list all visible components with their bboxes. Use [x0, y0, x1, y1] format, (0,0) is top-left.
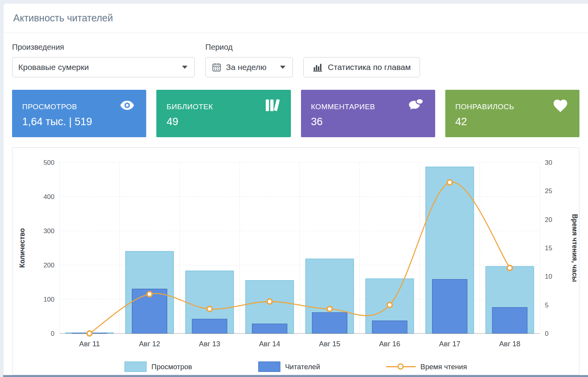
- chapter-stats-button[interactable]: Статистика по главам: [303, 57, 420, 77]
- bar-1-5[interactable]: [372, 321, 407, 333]
- tick-label: 100: [44, 296, 54, 303]
- views-swatch: [124, 361, 147, 372]
- page-title: Активность читателей: [13, 12, 113, 24]
- stat-card-views: ПРОСМОТРОВ 1,64 тыс. | 519: [12, 90, 146, 137]
- legend-item-readers[interactable]: Читателей: [258, 361, 320, 372]
- chevron-down-icon: [182, 66, 187, 69]
- line-point-5[interactable]: [387, 302, 392, 307]
- stat-value: 49: [166, 116, 280, 128]
- activity-chart[interactable]: 0100200300400500051015202530Авг 11Авг 12…: [12, 148, 579, 358]
- panel-header: Активность читателей: [4, 3, 588, 33]
- legend-item-views[interactable]: Просмотров: [124, 361, 192, 372]
- tick-label: 20: [545, 216, 552, 223]
- chevron-down-icon: [280, 66, 285, 69]
- axtitle-label: Количество: [18, 228, 26, 268]
- readers-swatch: [258, 361, 280, 372]
- legend-label: Просмотров: [151, 363, 192, 371]
- tick-label: 400: [44, 193, 54, 201]
- eye-icon: [118, 98, 136, 113]
- chapter-stats-button-label: Статистика по главам: [328, 63, 411, 72]
- line-point-1[interactable]: [147, 291, 152, 297]
- panel-body: Произведения Кровавые сумерки Период: [4, 33, 588, 375]
- period-select[interactable]: За неделю: [205, 57, 293, 77]
- stat-value: 36: [311, 116, 425, 128]
- line-point-4[interactable]: [327, 306, 332, 311]
- tick-label: 0: [545, 330, 548, 337]
- tick-label: 200: [44, 262, 54, 269]
- tick-label: 300: [44, 227, 54, 235]
- heart-icon: [551, 98, 569, 114]
- tick-label: 10: [545, 273, 552, 280]
- next-section-edge: [3, 375, 588, 377]
- bar-1-2[interactable]: [192, 319, 227, 333]
- stat-value: 1,64 тыс. | 519: [22, 116, 136, 128]
- tick-label: 15: [545, 244, 552, 252]
- works-select-value: Кровавые сумерки: [18, 63, 178, 72]
- tick-label: 500: [44, 159, 54, 166]
- period-filter-group: Период За: [205, 42, 293, 77]
- xlab-label: Авг 14: [259, 340, 280, 348]
- xlab-label: Авг 15: [319, 340, 340, 348]
- tick-label: 0: [51, 330, 54, 337]
- stats-row: ПРОСМОТРОВ 1,64 тыс. | 519 БИБЛИОТЕК 49: [12, 90, 579, 137]
- books-icon: [264, 98, 281, 113]
- line-point-0[interactable]: [87, 331, 92, 336]
- legend-item-reading-time[interactable]: Время чтения: [386, 363, 467, 371]
- works-select[interactable]: Кровавые сумерки: [12, 57, 195, 77]
- bar-chart-icon: [313, 62, 323, 72]
- works-label: Произведения: [12, 42, 195, 52]
- tick-label: 25: [545, 187, 552, 195]
- stat-value: 42: [455, 116, 569, 128]
- bar-1-6[interactable]: [432, 279, 467, 333]
- line-marker-icon: [386, 366, 416, 367]
- calendar-icon: [212, 62, 222, 72]
- filters-row: Произведения Кровавые сумерки Период: [12, 42, 579, 77]
- stat-card-libraries: БИБЛИОТЕК 49: [156, 90, 290, 137]
- xlab-label: Авг 13: [199, 340, 220, 348]
- bar-1-3[interactable]: [252, 324, 287, 333]
- xlab-label: Авг 18: [499, 340, 520, 348]
- period-select-value: За неделю: [226, 63, 276, 72]
- legend-label: Читателей: [285, 363, 320, 371]
- line-point-icon: [397, 363, 404, 370]
- period-label: Период: [205, 42, 293, 52]
- comments-icon: [407, 98, 425, 113]
- xlab-label: Авг 11: [79, 340, 100, 348]
- legend-label: Время чтения: [420, 363, 467, 371]
- xlab-label: Авг 16: [379, 340, 401, 348]
- axtitle-label: Время чтения, часы: [571, 214, 579, 282]
- chart-panel: 0100200300400500051015202530Авг 11Авг 12…: [12, 147, 579, 375]
- bar-1-4[interactable]: [312, 312, 347, 333]
- xlab-label: Авг 17: [439, 340, 460, 348]
- works-filter-group: Произведения Кровавые сумерки: [12, 42, 195, 77]
- tick-label: 30: [545, 159, 552, 166]
- line-point-7[interactable]: [507, 265, 512, 271]
- stat-card-comments: КОММЕНТАРИЕВ 36: [301, 90, 435, 137]
- bar-1-7[interactable]: [492, 307, 527, 333]
- xlab-label: Авг 12: [139, 340, 160, 348]
- tick-label: 5: [545, 302, 548, 309]
- reader-activity-panel: Активность читателей Произведения Кровав…: [3, 3, 588, 377]
- line-point-6[interactable]: [447, 180, 452, 185]
- line-point-2[interactable]: [207, 306, 212, 311]
- chart-legend: Просмотров Читателей Время чтения: [12, 361, 579, 372]
- stat-card-likes: ПОНРАВИЛОСЬ 42: [445, 90, 579, 137]
- chapter-stats-group: Статистика по главам: [303, 57, 420, 77]
- line-point-3[interactable]: [267, 299, 272, 304]
